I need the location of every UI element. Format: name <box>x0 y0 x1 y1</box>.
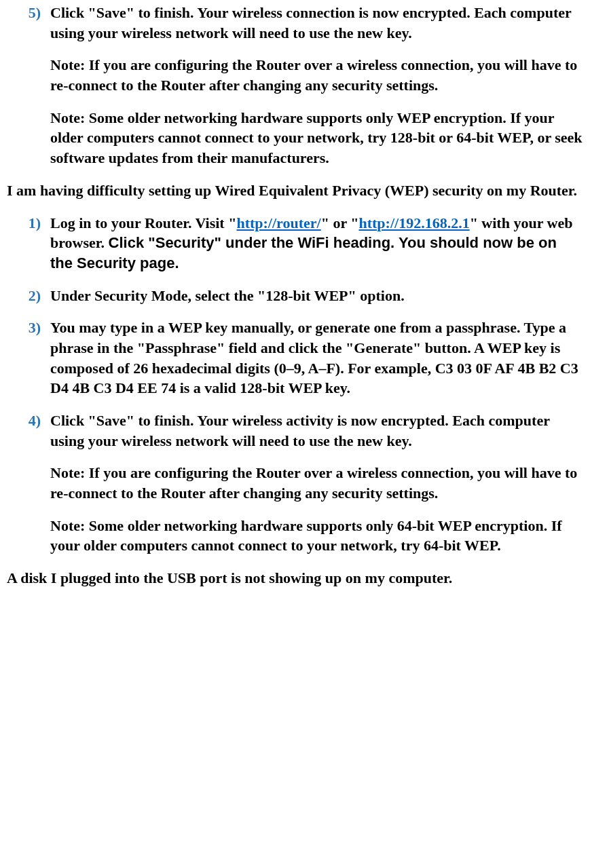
text-run-arial: Click "Security" under the WiFi heading.… <box>50 234 557 271</box>
router-ip-link[interactable]: http://192.168.2.1 <box>358 214 469 231</box>
paragraph: Note: Some older networking hardware sup… <box>50 516 583 556</box>
paragraph: Click "Save" to finish. Your wireless ac… <box>50 411 583 451</box>
list-marker: 4) <box>7 411 50 556</box>
paragraph: Note: If you are configuring the Router … <box>50 463 583 503</box>
list-marker: 2) <box>7 286 50 306</box>
list-item-content: Log in to your Router. Visit "http://rou… <box>50 213 583 273</box>
list-item: 3) You may type in a WEP key manually, o… <box>7 318 583 398</box>
text-run: Log in to your Router. Visit " <box>50 214 236 231</box>
list-item-content: Under Security Mode, select the "128-bit… <box>50 286 583 306</box>
paragraph: You may type in a WEP key manually, or g… <box>50 318 583 398</box>
list-item: 1) Log in to your Router. Visit "http://… <box>7 213 583 273</box>
list-marker: 3) <box>7 318 50 398</box>
paragraph: Note: Some older networking hardware sup… <box>50 108 583 168</box>
list-item: 2) Under Security Mode, select the "128-… <box>7 286 583 306</box>
list-marker: 5) <box>7 3 50 168</box>
paragraph: Note: If you are configuring the Router … <box>50 55 583 95</box>
list-item: 5) Click "Save" to finish. Your wireless… <box>7 3 583 168</box>
section-heading-usb: A disk I plugged into the USB port is no… <box>7 568 583 588</box>
list-item-content: You may type in a WEP key manually, or g… <box>50 318 583 398</box>
list-item: 4) Click "Save" to finish. Your wireless… <box>7 411 583 556</box>
ordered-list-wep: 1) Log in to your Router. Visit "http://… <box>7 213 583 556</box>
router-link[interactable]: http://router/ <box>236 214 320 231</box>
list-item-content: Click "Save" to finish. Your wireless ac… <box>50 411 583 556</box>
ordered-list-top: 5) Click "Save" to finish. Your wireless… <box>7 3 583 168</box>
paragraph: Log in to your Router. Visit "http://rou… <box>50 213 583 273</box>
text-run: " or " <box>321 214 359 231</box>
list-marker: 1) <box>7 213 50 273</box>
section-heading-wep: I am having difficulty setting up Wired … <box>7 181 583 201</box>
list-item-content: Click "Save" to finish. Your wireless co… <box>50 3 583 168</box>
paragraph: Click "Save" to finish. Your wireless co… <box>50 3 583 43</box>
text-run: Security <box>155 234 215 251</box>
paragraph: Under Security Mode, select the "128-bit… <box>50 286 583 306</box>
text-run: Click " <box>109 234 155 251</box>
